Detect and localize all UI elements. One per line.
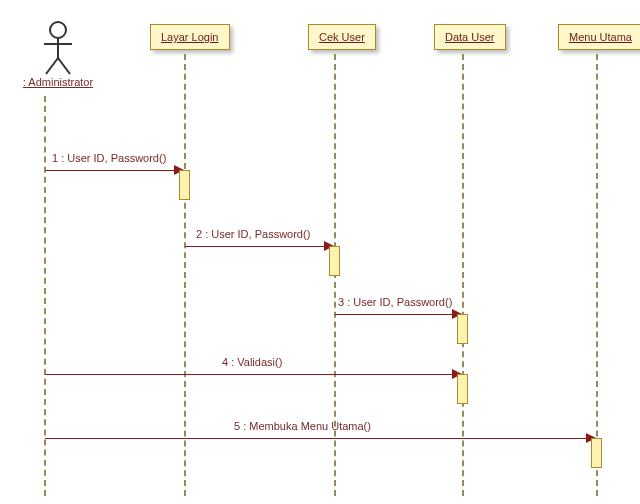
activation-layar-login — [179, 170, 190, 200]
lifeline-data-user — [462, 54, 464, 496]
message-3-label: 3 : User ID, Password() — [338, 296, 452, 308]
svg-point-0 — [50, 22, 66, 38]
svg-line-3 — [46, 58, 58, 74]
activation-data-user-1 — [457, 314, 468, 344]
message-2-label: 2 : User ID, Password() — [196, 228, 310, 240]
message-4-line — [45, 374, 454, 375]
lifeline-header-cek-user: Cek User — [308, 24, 376, 50]
message-5-line — [45, 438, 588, 439]
lifeline-layar-login — [184, 54, 186, 496]
lifeline-header-data-user: Data User — [434, 24, 506, 50]
svg-line-4 — [58, 58, 70, 74]
message-4-label: 4 : Validasi() — [222, 356, 282, 368]
sequence-diagram: : Administrator Layar Login Cek User Dat… — [0, 0, 640, 504]
lifeline-actor — [44, 96, 46, 496]
actor-label: : Administrator — [18, 76, 98, 88]
stickman-icon — [38, 20, 78, 76]
message-1-label: 1 : User ID, Password() — [52, 152, 166, 164]
message-5-label: 5 : Membuka Menu Utama() — [234, 420, 371, 432]
actor-administrator: : Administrator — [18, 20, 98, 88]
lifeline-header-menu-utama: Menu Utama — [558, 24, 640, 50]
activation-menu-utama — [591, 438, 602, 468]
activation-cek-user — [329, 246, 340, 276]
lifeline-menu-utama — [596, 54, 598, 496]
message-1-line — [45, 170, 176, 171]
message-2-line — [185, 246, 326, 247]
activation-data-user-2 — [457, 374, 468, 404]
lifeline-header-layar-login: Layar Login — [150, 24, 230, 50]
message-3-line — [335, 314, 454, 315]
